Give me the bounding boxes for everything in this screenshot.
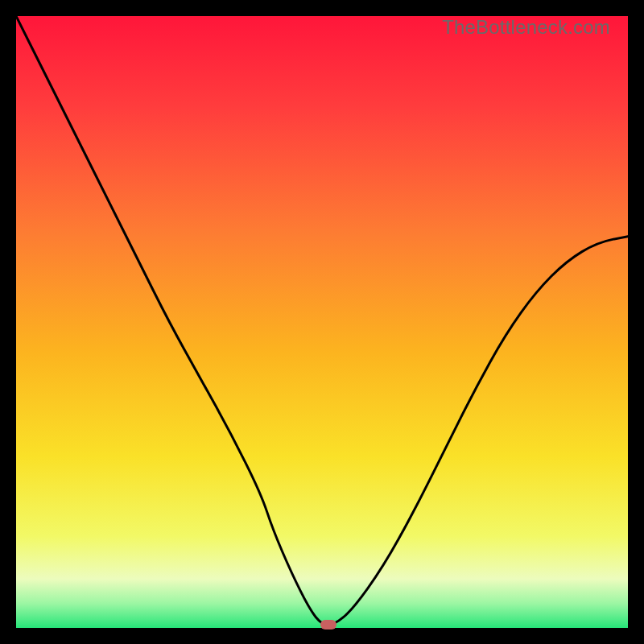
watermark-text: TheBottleneck.com xyxy=(442,16,610,39)
heat-background xyxy=(16,16,628,628)
optimal-marker xyxy=(320,620,336,630)
bottleneck-chart xyxy=(16,16,628,628)
chart-frame: TheBottleneck.com xyxy=(16,16,628,628)
